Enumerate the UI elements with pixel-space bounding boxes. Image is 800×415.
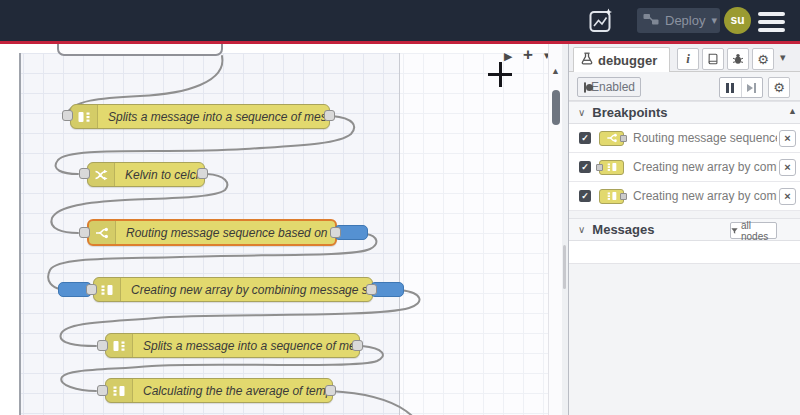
node-label: Routing message sequence based on condit… (116, 226, 335, 240)
toggle-icon (584, 82, 586, 93)
breakpoints-section-header[interactable]: ∨ Breakpoints (569, 101, 800, 124)
breakpoint-row: ✓ Creating new array by combining messag… (569, 153, 800, 182)
step-button[interactable] (741, 78, 763, 97)
flow-node-join-1[interactable]: Creating new array by combining message … (93, 277, 373, 302)
funnel-icon (731, 227, 738, 235)
header-bar: Deploy ▾ su (0, 0, 800, 41)
section-title: Messages (592, 222, 654, 237)
separator-drag-handle[interactable] (563, 245, 566, 289)
filter-label: all nodes (741, 220, 776, 242)
breakpoint-row: ✓ Routing message sequence based on cond… (569, 124, 800, 153)
collapse-chevron-icon: ∨ (578, 224, 585, 235)
flow-node-split-2[interactable]: Splits a message into a sequence of mess… (105, 333, 360, 358)
debugger-enabled-toggle[interactable]: Enabled (577, 77, 641, 97)
deploy-dropdown-caret[interactable]: ▾ (711, 14, 717, 27)
enabled-label: Enabled (591, 80, 635, 94)
node-output-port[interactable] (325, 385, 336, 396)
remove-breakpoint-button[interactable]: × (779, 130, 796, 147)
breakpoint-label: Creating new array by combining message … (633, 189, 777, 203)
output-port-marker (620, 193, 627, 200)
node-label: Splits a message into a sequence of mess… (133, 339, 359, 353)
flask-icon (581, 52, 593, 68)
node-label: Calculating the the average of temperatu… (133, 384, 332, 398)
add-flow-icon[interactable]: + (523, 45, 533, 65)
breakpoint-label: Routing message sequence based on condit… (633, 131, 777, 145)
sidebar: debugger i ⚙ ▾ Enabled ⚙ ∨ (568, 44, 800, 415)
collapse-chevron-icon: ∨ (578, 107, 585, 118)
flow-node-split-1[interactable]: Splits a message into a sequence of mess… (70, 104, 330, 129)
flow-node-partial[interactable] (57, 44, 223, 56)
messages-filter-button[interactable]: all nodes (730, 222, 777, 239)
flow-node-join-2[interactable]: Calculating the the average of temperatu… (105, 378, 333, 403)
sidebar-scroll-up-icon[interactable]: ▲ (788, 106, 797, 116)
deploy-nodes-icon (643, 12, 659, 30)
debugger-play-controls (719, 77, 763, 98)
tab-label: debugger (598, 53, 657, 68)
node-input-port[interactable] (97, 385, 108, 396)
node-input-port[interactable] (79, 227, 90, 238)
switch-node-mini-icon (599, 131, 624, 146)
remove-breakpoint-button[interactable]: × (779, 188, 796, 205)
join-node-mini-icon (599, 189, 624, 204)
join-node-icon (106, 379, 133, 402)
breakpoint-checkbox[interactable]: ✓ (579, 132, 591, 144)
tab-debugger[interactable]: debugger (573, 47, 670, 72)
node-output-port[interactable] (352, 340, 363, 351)
tab-config-nodes[interactable]: ⚙ (752, 48, 774, 70)
debugger-settings-button[interactable]: ⚙ (768, 77, 790, 98)
pause-button[interactable] (720, 78, 741, 97)
flow-node-change[interactable]: Kelvin to celcius (87, 162, 205, 187)
flow-node-switch[interactable]: Routing message sequence based on condit… (87, 219, 337, 246)
scrollbar-thumb[interactable] (552, 90, 560, 125)
main-menu-icon[interactable] (758, 12, 785, 36)
node-label: Splits a message into a sequence of mess… (98, 110, 329, 124)
node-input-port[interactable] (62, 110, 73, 121)
node-red-window: Deploy ▾ su Splits a message (0, 0, 800, 415)
canvas-scrollbar[interactable]: ▲ (548, 44, 562, 415)
output-port-marker (620, 135, 627, 142)
sidebar-tabs-chevron-icon[interactable]: ▾ (780, 51, 786, 64)
tab-help[interactable] (702, 48, 724, 70)
user-avatar[interactable]: su (724, 7, 751, 34)
flow-canvas[interactable]: Splits a message into a sequence of mess… (0, 44, 562, 415)
tab-debug-messages[interactable] (727, 48, 749, 70)
crosshair-cursor (499, 62, 502, 87)
scroll-up-icon[interactable]: ▲ (551, 66, 560, 76)
breakpoint-row: ✓ Creating new array by combining messag… (569, 182, 800, 211)
node-output-port[interactable] (330, 227, 341, 238)
export-image-icon[interactable] (588, 8, 614, 38)
tab-info[interactable]: i (677, 48, 699, 70)
remove-breakpoint-button[interactable]: × (779, 159, 796, 176)
node-output-port[interactable] (366, 284, 377, 295)
node-input-port[interactable] (97, 340, 108, 351)
switch-node-icon (89, 221, 116, 244)
messages-section-header[interactable]: ∨ Messages all nodes (569, 218, 800, 241)
split-node-icon (71, 105, 98, 128)
node-input-port[interactable] (86, 284, 97, 295)
change-node-icon (88, 163, 115, 186)
debugger-toolbar: Enabled ⚙ (569, 72, 800, 101)
node-label: Creating new array by combining message … (121, 283, 372, 297)
breakpoint-label: Creating new array by combining message … (633, 160, 777, 174)
breakpoint-checkbox[interactable]: ✓ (579, 161, 591, 173)
join-node-mini-icon (599, 160, 624, 175)
deploy-button[interactable]: Deploy ▾ (637, 8, 720, 33)
input-port-marker (596, 164, 603, 171)
wire (330, 391, 419, 415)
focus-flow-icon[interactable]: ▶ (504, 50, 512, 63)
join-node-icon (94, 278, 121, 301)
section-title: Breakpoints (592, 105, 667, 120)
node-input-port[interactable] (79, 168, 90, 179)
split-node-icon (106, 334, 133, 357)
breakpoint-checkbox[interactable]: ✓ (579, 190, 591, 202)
deploy-label: Deploy (665, 13, 705, 28)
node-output-port[interactable] (324, 110, 335, 121)
bug-icon (732, 53, 744, 65)
node-label: Kelvin to celcius (115, 168, 204, 182)
book-icon (709, 54, 717, 64)
messages-empty-row (569, 241, 800, 264)
sidebar-tab-bar: debugger i ⚙ ▾ (569, 44, 800, 72)
node-output-port[interactable] (197, 168, 208, 179)
